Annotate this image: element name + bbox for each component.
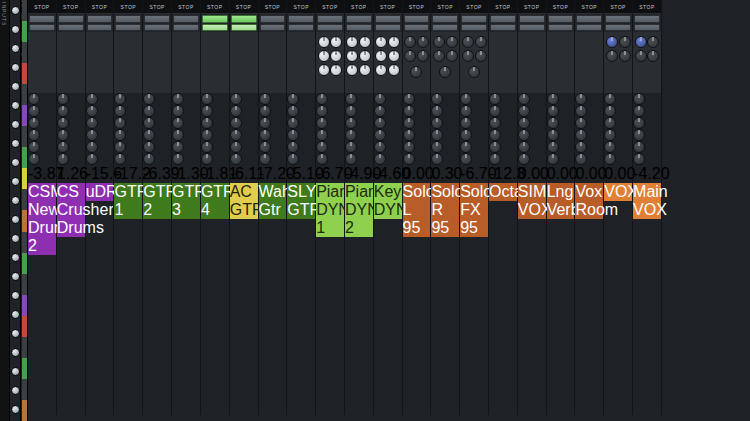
strip-knob[interactable] (460, 129, 472, 141)
automation-status-button[interactable]: STOP (575, 0, 603, 14)
insert-slot-button[interactable] (288, 15, 314, 23)
rack-knob[interactable] (404, 36, 416, 48)
rack-knob[interactable] (374, 153, 386, 165)
automation-status-button[interactable]: STOP (316, 0, 344, 14)
automation-status-button[interactable]: STOP (345, 0, 373, 14)
insert-slot-button[interactable] (576, 15, 602, 23)
rack-knob[interactable] (374, 117, 386, 129)
knob-icon[interactable] (11, 291, 20, 300)
gain-knob[interactable] (374, 93, 386, 105)
send-slot-button[interactable] (634, 24, 660, 32)
strip-knob[interactable] (489, 129, 501, 141)
rack-knob[interactable] (86, 153, 98, 165)
gain-knob[interactable] (201, 93, 213, 105)
channel-selector-rail[interactable] (10, 0, 21, 421)
send-slot-button[interactable] (144, 24, 170, 32)
rack-knob[interactable] (489, 105, 501, 117)
fader-value[interactable]: -1.30 (172, 165, 200, 183)
knob-icon[interactable] (11, 215, 20, 224)
strip-knob[interactable] (201, 129, 213, 141)
automation-status-button[interactable]: STOP (431, 0, 459, 14)
rack-knob[interactable] (201, 153, 213, 165)
rack-knob[interactable] (318, 64, 330, 76)
rack-knob[interactable] (345, 141, 357, 153)
insert-slot-button[interactable] (490, 15, 516, 23)
rack-knob[interactable] (114, 153, 126, 165)
rack-knob[interactable] (346, 64, 358, 76)
strip-knob[interactable] (575, 129, 587, 141)
send-slot-button[interactable] (29, 24, 55, 32)
gain-knob[interactable] (259, 93, 271, 105)
rack-knob[interactable] (446, 36, 458, 48)
send-slot-button[interactable] (375, 24, 401, 32)
insert-slot-button[interactable] (202, 15, 228, 23)
send-slot-button[interactable] (576, 24, 602, 32)
send-level-knob[interactable] (635, 36, 647, 48)
rack-knob[interactable] (460, 117, 472, 129)
rack-knob[interactable] (316, 141, 328, 153)
rack-knob[interactable] (575, 141, 587, 153)
insert-slot-button[interactable] (634, 15, 660, 23)
strip-knob[interactable] (518, 129, 530, 141)
automation-status-button[interactable]: STOP (287, 0, 315, 14)
gain-knob[interactable] (547, 93, 559, 105)
rack-knob[interactable] (172, 153, 184, 165)
fader-value[interactable]: 0.00 (604, 165, 632, 183)
gain-knob[interactable] (575, 93, 587, 105)
fader-value[interactable]: -17.2 (114, 165, 142, 183)
channel-name[interactable]: Octa (489, 183, 517, 201)
automation-status-button[interactable]: STOP (460, 0, 488, 14)
knob-icon[interactable] (11, 253, 20, 262)
knob-icon[interactable] (11, 367, 20, 376)
rack-knob[interactable] (431, 141, 443, 153)
rack-knob[interactable] (433, 36, 445, 48)
rack-knob[interactable] (468, 66, 480, 78)
gain-knob[interactable] (316, 93, 328, 105)
channel-name[interactable]: Keys DYNN (374, 183, 402, 219)
rack-knob[interactable] (316, 105, 328, 117)
rack-knob[interactable] (114, 141, 126, 153)
knob-icon[interactable] (11, 348, 20, 357)
automation-status-button[interactable]: STOP (114, 0, 142, 14)
send-slot-button[interactable] (548, 24, 574, 32)
automation-status-button[interactable]: STOP (403, 0, 431, 14)
insert-slot-button[interactable] (173, 15, 199, 23)
channel-name[interactable]: uDRUMS (86, 183, 114, 201)
knob-icon[interactable] (11, 405, 20, 414)
gain-knob[interactable] (28, 93, 40, 105)
rack-knob[interactable] (230, 117, 242, 129)
strip-knob[interactable] (57, 129, 69, 141)
rack-knob[interactable] (374, 105, 386, 117)
knob-icon[interactable] (11, 158, 20, 167)
rack-knob[interactable] (201, 117, 213, 129)
rack-knob[interactable] (417, 36, 429, 48)
gain-knob[interactable] (518, 93, 530, 105)
knob-icon[interactable] (11, 82, 20, 91)
automation-status-button[interactable]: STOP (28, 0, 56, 14)
gain-knob[interactable] (345, 93, 357, 105)
insert-slot-button[interactable] (87, 15, 113, 23)
send-slot-button[interactable] (346, 24, 372, 32)
automation-status-button[interactable]: STOP (230, 0, 258, 14)
rack-knob[interactable] (518, 105, 530, 117)
strip-knob[interactable] (143, 129, 155, 141)
send-slot-button[interactable] (605, 24, 631, 32)
rack-knob[interactable] (316, 153, 328, 165)
fader-value[interactable]: -4.90 (345, 165, 373, 183)
automation-status-button[interactable]: STOP (57, 0, 85, 14)
channel-name[interactable]: Piano DYNN 2 (345, 183, 373, 237)
knob-icon[interactable] (11, 310, 20, 319)
insert-slot-button[interactable] (432, 15, 458, 23)
automation-status-button[interactable]: STOP (201, 0, 229, 14)
rack-knob[interactable] (431, 117, 443, 129)
rack-knob[interactable] (143, 105, 155, 117)
rack-knob[interactable] (518, 141, 530, 153)
rack-knob[interactable] (475, 36, 487, 48)
fader-value[interactable]: 0.00 (547, 165, 575, 183)
channel-name[interactable]: Wah Gtr (259, 183, 287, 219)
rack-knob[interactable] (403, 117, 415, 129)
rack-knob[interactable] (330, 64, 342, 76)
channel-name[interactable]: Solo FX 95 (460, 183, 488, 237)
rack-knob[interactable] (604, 117, 616, 129)
insert-slot-button[interactable] (404, 15, 430, 23)
